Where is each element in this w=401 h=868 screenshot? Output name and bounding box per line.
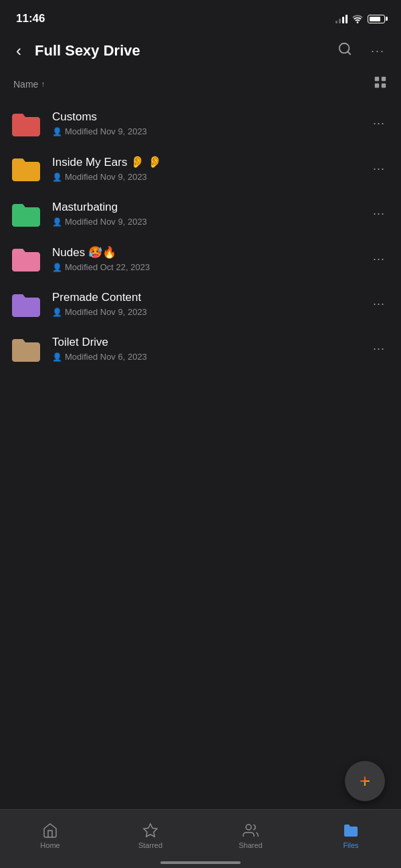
svg-line-1	[348, 51, 350, 54]
shared-icon: 👤	[52, 352, 62, 362]
folder-icon	[11, 292, 41, 317]
battery-icon	[368, 15, 385, 23]
folder-info: Masturbating 👤 Modified Nov 9, 2023	[52, 201, 357, 227]
folder-info: Inside My Ears 👂 👂 👤 Modified Nov 9, 202…	[52, 155, 357, 182]
nav-label-files: Files	[343, 841, 358, 849]
add-icon: +	[360, 772, 370, 790]
folder-more-button[interactable]: ···	[368, 114, 390, 133]
svg-rect-4	[375, 84, 379, 88]
sort-bar: Name ↑	[0, 71, 401, 101]
status-time: 11:46	[16, 12, 45, 25]
folder-meta: 👤 Modified Nov 6, 2023	[52, 352, 357, 362]
folder-modified: Modified Nov 9, 2023	[65, 217, 147, 227]
folder-info: Toilet Drive 👤 Modified Nov 6, 2023	[52, 336, 357, 362]
folder-meta: 👤 Modified Nov 9, 2023	[52, 126, 357, 136]
nav-item-home[interactable]: Home	[0, 810, 100, 855]
folder-modified: Modified Nov 9, 2023	[65, 307, 147, 317]
folder-icon	[11, 336, 41, 362]
shared-icon: 👤	[52, 263, 62, 272]
folder-info: Premade Content 👤 Modified Nov 9, 2023	[52, 291, 357, 317]
shared-icon: 👤	[52, 217, 62, 227]
folder-info: Nudes 🥵🔥 👤 Modified Oct 22, 2023	[52, 245, 357, 272]
svg-rect-2	[375, 77, 379, 81]
status-icons	[336, 14, 385, 23]
nav-label-starred: Starred	[138, 841, 162, 849]
folder-more-button[interactable]: ···	[368, 204, 390, 223]
nav-label-shared: Shared	[239, 841, 262, 849]
shared-icon: 👤	[52, 308, 62, 317]
bottom-nav: Home Starred Shared Files	[0, 809, 401, 868]
folder-name: Toilet Drive	[52, 336, 357, 349]
folder-name: Masturbating	[52, 201, 357, 214]
folder-meta: 👤 Modified Nov 9, 2023	[52, 172, 357, 182]
folder-more-button[interactable]: ···	[368, 159, 390, 179]
folder-modified: Modified Nov 9, 2023	[65, 172, 147, 182]
folder-modified: Modified Nov 6, 2023	[65, 352, 147, 362]
shared-icon: 👤	[52, 127, 62, 136]
sort-label[interactable]: Name ↑	[13, 79, 45, 90]
svg-rect-5	[382, 84, 386, 88]
page-title: Full Sexy Drive	[35, 42, 324, 60]
folder-name: Customs	[52, 110, 357, 124]
folder-list: Customs 👤 Modified Nov 9, 2023 ··· Insid…	[0, 101, 401, 371]
folder-more-button[interactable]: ···	[368, 339, 390, 358]
folder-modified: Modified Nov 9, 2023	[65, 126, 147, 136]
back-button[interactable]: ‹	[11, 40, 27, 62]
nav-item-files[interactable]: Files	[301, 810, 401, 855]
folder-item[interactable]: Inside My Ears 👂 👂 👤 Modified Nov 9, 202…	[11, 146, 390, 191]
folder-info: Customs 👤 Modified Nov 9, 2023	[52, 110, 357, 136]
nav-item-starred[interactable]: Starred	[100, 810, 200, 855]
folder-name: Inside My Ears 👂 👂	[52, 155, 357, 169]
folder-meta: 👤 Modified Nov 9, 2023	[52, 217, 357, 227]
folder-item[interactable]: Toilet Drive 👤 Modified Nov 6, 2023 ···	[11, 326, 390, 371]
folder-name: Nudes 🥵🔥	[52, 245, 357, 259]
shared-icon: 👤	[52, 173, 62, 182]
search-icon[interactable]	[332, 39, 358, 63]
svg-marker-6	[144, 824, 157, 837]
folder-more-button[interactable]: ···	[368, 294, 390, 314]
folder-modified: Modified Oct 22, 2023	[65, 262, 150, 272]
svg-point-7	[246, 825, 251, 830]
folder-icon	[11, 156, 41, 181]
folder-icon	[11, 201, 41, 227]
status-bar: 11:46	[0, 0, 401, 33]
folder-item[interactable]: Customs 👤 Modified Nov 9, 2023 ···	[11, 101, 390, 146]
add-button[interactable]: +	[345, 761, 385, 801]
nav-item-shared[interactable]: Shared	[200, 810, 301, 855]
folder-item[interactable]: Nudes 🥵🔥 👤 Modified Oct 22, 2023 ···	[11, 236, 390, 282]
signal-icon	[336, 14, 348, 23]
folder-icon	[11, 246, 41, 272]
folder-item[interactable]: Masturbating 👤 Modified Nov 9, 2023 ···	[11, 191, 390, 236]
folder-name: Premade Content	[52, 291, 357, 304]
folder-more-button[interactable]: ···	[368, 249, 390, 269]
more-options-icon[interactable]: ···	[366, 41, 390, 61]
folder-meta: 👤 Modified Nov 9, 2023	[52, 307, 357, 317]
folder-meta: 👤 Modified Oct 22, 2023	[52, 262, 357, 272]
folder-item[interactable]: Premade Content 👤 Modified Nov 9, 2023 ·…	[11, 282, 390, 326]
svg-rect-3	[382, 77, 386, 81]
header: ‹ Full Sexy Drive ···	[0, 33, 401, 71]
home-indicator	[160, 861, 241, 864]
folder-icon	[11, 111, 41, 136]
sort-arrow: ↑	[41, 80, 45, 89]
nav-label-home: Home	[40, 841, 59, 849]
wifi-icon	[352, 14, 364, 23]
grid-toggle-button[interactable]	[373, 75, 388, 93]
